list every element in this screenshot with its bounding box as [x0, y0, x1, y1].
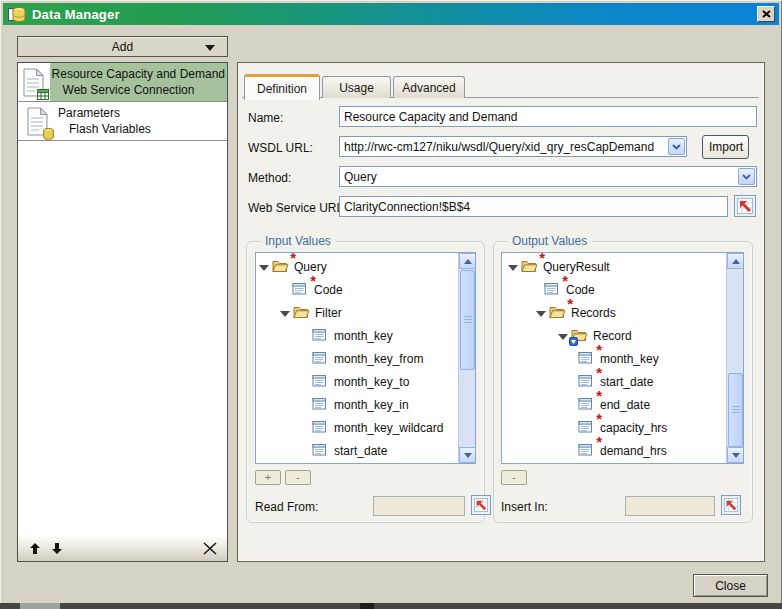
- scrollbar-thumb[interactable]: [460, 270, 475, 370]
- required-asterisk: *: [562, 276, 568, 286]
- tab-label: Usage: [339, 81, 374, 95]
- folder-icon: *: [272, 259, 290, 274]
- tab-advanced[interactable]: Advanced: [393, 76, 465, 98]
- tab-usage[interactable]: Usage: [322, 76, 391, 98]
- web-service-url-label: Web Service URL:: [248, 201, 346, 215]
- add-button-label: Add: [112, 40, 133, 54]
- list-item-title: Resource Capacity and Demand: [52, 66, 225, 82]
- tree-node-label: month_key_from: [334, 352, 423, 366]
- close-button[interactable]: Close: [693, 574, 768, 597]
- field-icon: *: [578, 374, 596, 389]
- field-icon: *: [578, 420, 596, 435]
- output-values-title: Output Values: [507, 234, 592, 248]
- move-down-button[interactable]: [52, 541, 62, 555]
- web-service-url-cell-picker-button[interactable]: [734, 195, 756, 217]
- output-tree-scrollbar[interactable]: [726, 253, 743, 463]
- input-values-title: Input Values: [260, 234, 336, 248]
- field-icon: *: [544, 282, 562, 297]
- insert-in-cell-picker-button[interactable]: [721, 495, 741, 515]
- wsdl-url-value: http://rwc-cm127/niku/wsdl/Query/xid_qry…: [344, 140, 654, 154]
- tree-node-label: capacity_hrs: [600, 421, 667, 435]
- tree-row[interactable]: month_key_wildcard: [256, 416, 475, 439]
- add-button[interactable]: Add: [17, 36, 228, 57]
- tree-node-label: end_date: [600, 398, 650, 412]
- tree-row[interactable]: * capacity_hrs: [502, 416, 743, 439]
- tree-row[interactable]: * Code: [256, 278, 475, 301]
- tab-definition[interactable]: Definition: [244, 74, 320, 100]
- window-close-button[interactable]: [757, 6, 775, 22]
- tree-row[interactable]: month_key_to: [256, 370, 475, 393]
- tree-row[interactable]: * demand_hrs: [502, 439, 743, 462]
- input-remove-row-button[interactable]: -: [285, 470, 311, 485]
- expand-arrow-icon[interactable]: [558, 334, 568, 340]
- input-values-tree-rows: * Query * Code Filter: [256, 253, 475, 462]
- scroll-down-button[interactable]: [459, 447, 476, 463]
- tree-row[interactable]: month_key_from: [256, 347, 475, 370]
- required-asterisk: *: [596, 414, 602, 424]
- expand-arrow-icon[interactable]: [280, 311, 290, 317]
- required-asterisk: *: [290, 253, 296, 263]
- folder-icon: *: [549, 305, 567, 320]
- tree-node-label: demand_hrs: [600, 444, 667, 458]
- method-value: Query: [344, 170, 377, 184]
- scroll-up-button[interactable]: [459, 253, 476, 269]
- required-asterisk: *: [310, 276, 316, 286]
- output-values-tree-rows: * QueryResult * Code * Records: [502, 253, 743, 462]
- input-tree-scrollbar[interactable]: [458, 253, 475, 463]
- import-button[interactable]: Import: [702, 135, 749, 159]
- read-from-input[interactable]: [373, 496, 465, 516]
- expand-arrow-icon[interactable]: [536, 311, 546, 317]
- wsdl-url-combobox[interactable]: http://rwc-cm127/niku/wsdl/Query/xid_qry…: [339, 136, 687, 157]
- connection-list: Resource Capacity and Demand Web Service…: [17, 62, 228, 562]
- tree-row[interactable]: Filter: [256, 301, 475, 324]
- expand-arrow-icon[interactable]: [259, 265, 269, 271]
- wsdl-dropdown-button[interactable]: [668, 138, 685, 155]
- insert-in-input[interactable]: [625, 496, 715, 516]
- tree-row[interactable]: * month_key: [502, 347, 743, 370]
- tree-row[interactable]: Record: [502, 324, 743, 347]
- scroll-down-button[interactable]: [727, 447, 744, 463]
- data-manager-window: Data Manager Add Resource Capacity and D…: [0, 0, 782, 609]
- list-item-title: Parameters: [58, 105, 225, 121]
- method-label: Method:: [248, 171, 291, 185]
- details-panel: Definition Usage Advanced Name: Resource…: [237, 62, 765, 562]
- input-values-tree: * Query * Code Filter: [255, 252, 476, 464]
- method-dropdown-button[interactable]: [738, 168, 755, 185]
- field-icon: *: [578, 443, 596, 458]
- list-item[interactable]: Resource Capacity and Demand Web Service…: [18, 63, 227, 102]
- tree-node-label: start_date: [334, 444, 387, 458]
- connection-list-items: Resource Capacity and Demand Web Service…: [18, 63, 227, 141]
- field-icon: [312, 443, 330, 458]
- scrollbar-thumb[interactable]: [728, 373, 743, 447]
- tree-row[interactable]: * Query: [256, 255, 475, 278]
- input-values-groupbox: Input Values * Query * Code: [246, 241, 485, 523]
- name-input[interactable]: Resource Capacity and Demand: [339, 106, 757, 127]
- output-values-tree: * QueryResult * Code * Records: [501, 252, 744, 464]
- list-footer: [18, 535, 227, 561]
- tree-node-label: Filter: [315, 306, 342, 320]
- tree-row[interactable]: * QueryResult: [502, 255, 743, 278]
- method-combobox[interactable]: Query: [339, 166, 757, 187]
- output-remove-row-button[interactable]: -: [501, 470, 527, 485]
- delete-item-button[interactable]: [203, 541, 217, 555]
- read-from-cell-picker-button[interactable]: [471, 495, 491, 515]
- scroll-up-button[interactable]: [727, 253, 744, 269]
- tree-row[interactable]: month_key_in: [256, 393, 475, 416]
- move-up-button[interactable]: [30, 541, 40, 555]
- field-icon: *: [578, 397, 596, 412]
- input-add-row-button[interactable]: +: [255, 470, 281, 485]
- field-icon: [312, 420, 330, 435]
- field-icon: [312, 328, 330, 343]
- web-service-url-input[interactable]: ClarityConnection!$B$4: [339, 196, 728, 217]
- list-item-subtitle: Flash Variables: [58, 121, 225, 137]
- tree-row[interactable]: * end_date: [502, 393, 743, 416]
- list-item[interactable]: Parameters Flash Variables: [18, 102, 227, 141]
- tree-row[interactable]: start_date: [256, 439, 475, 462]
- tree-row[interactable]: * start_date: [502, 370, 743, 393]
- tree-row[interactable]: * Code: [502, 278, 743, 301]
- tree-row[interactable]: month_key: [256, 324, 475, 347]
- tree-node-label: month_key: [334, 329, 393, 343]
- tree-row[interactable]: * Records: [502, 301, 743, 324]
- titlebar[interactable]: Data Manager: [3, 3, 779, 25]
- expand-arrow-icon[interactable]: [508, 265, 518, 271]
